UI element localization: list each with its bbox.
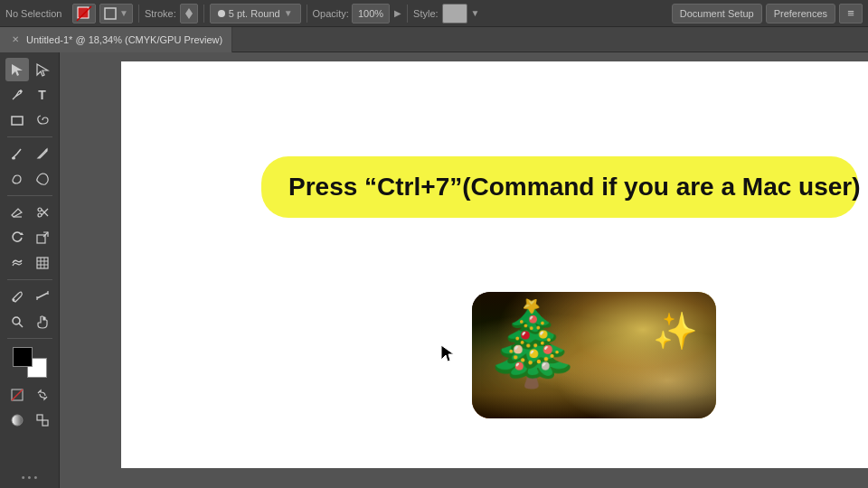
measure-icon [35,289,50,304]
scale-icon [35,230,50,245]
pencil-tool[interactable] [31,142,54,165]
style-label: Style: [413,8,439,19]
svg-line-25 [37,293,48,298]
tool-row-eyedrop [5,285,54,308]
opacity-value[interactable]: 100% [352,4,390,23]
tool-row-blob [5,167,54,191]
document-setup-button[interactable]: Document Setup [672,4,762,23]
spiral-tool[interactable] [31,108,54,132]
color-swatches[interactable] [13,347,47,378]
svg-marker-6 [37,64,48,76]
swap-colors-button[interactable] [31,383,54,407]
tab-close-button[interactable]: ✕ [9,33,22,46]
opacity-arrow: ▶ [394,8,401,18]
blob-brush-tool[interactable] [5,167,29,191]
svg-point-12 [38,208,42,211]
blob-icon [10,172,24,186]
mouse-cursor [439,343,456,363]
eraser-tool[interactable] [5,201,29,224]
type-tool[interactable]: T [31,83,54,107]
eraser-icon [10,205,24,220]
tool-row-fill-controls [5,383,54,407]
style-swatch[interactable] [442,4,467,23]
toolbar-options-button[interactable]: ≡ [839,4,863,23]
round-label: 5 pt. Round [229,8,280,19]
divider-3 [307,5,307,23]
scissors-icon [35,205,50,220]
svg-rect-8 [12,117,23,125]
grid-tool[interactable] [31,251,54,275]
document-tab[interactable]: ✕ Untitled-1* @ 18,34% (CMYK/GPU Preview… [0,27,232,52]
tool-row-brush [5,142,54,165]
stroke-label: Stroke: [145,8,176,19]
pen-tool[interactable] [5,83,29,107]
opacity-label: Opacity: [313,8,349,19]
rect-icon [10,113,24,127]
tool-sep-1 [7,136,52,137]
svg-line-29 [19,324,23,327]
tool-sep-3 [7,279,52,280]
rotate-icon [10,230,24,245]
svg-point-28 [13,317,20,324]
instruction-banner: Press “Ctrl+7”(Command if you are a Mac … [261,156,858,218]
fill-color-box[interactable] [13,347,33,367]
svg-marker-5 [12,64,23,76]
top-toolbar: No Selection ▼ Stroke: 5 pt. Round ▼ Opa… [0,0,868,27]
stroke-type-dropdown[interactable]: ▼ [99,4,133,23]
tool-row-select [5,58,54,81]
shaper-icon [35,172,50,186]
preferences-button[interactable]: Preferences [766,4,835,23]
rectangle-tool[interactable] [5,108,29,132]
tool-row-shape [5,108,54,132]
tool-row-pen: T [5,83,54,107]
tool-row-rotate [5,226,54,249]
select-tool[interactable] [5,58,29,81]
grid-icon [35,256,50,270]
type-icon: T [38,88,46,102]
xmas-tree-visual [472,292,716,418]
stroke-icon [104,7,117,20]
warp-tool[interactable] [5,251,29,275]
round-dot [218,10,225,17]
main-area: T [0,52,868,488]
svg-rect-34 [42,420,48,426]
rotate-tool[interactable] [5,226,29,249]
dropdown-arrow: ▼ [119,8,128,18]
svg-marker-4 [185,14,193,19]
opacity-area: Opacity: 100% ▶ [313,4,402,23]
christmas-tree-image [472,292,716,418]
instruction-text: Press “Ctrl+7”(Command if you are a Mac … [288,173,861,201]
svg-rect-19 [37,258,48,268]
svg-line-15 [42,209,48,215]
selection-status: No Selection [5,8,69,19]
round-dropdown[interactable]: 5 pt. Round ▼ [210,4,301,23]
shaper-tool[interactable] [31,167,54,191]
fill-color-indicator[interactable] [72,4,96,23]
tab-bar: ✕ Untitled-1* @ 18,34% (CMYK/GPU Preview… [0,27,868,52]
paintbrush-tool[interactable] [5,142,29,165]
scissors-tool[interactable] [31,201,54,224]
divider-4 [407,5,408,23]
measure-tool[interactable] [31,285,54,308]
style-arrow: ▼ [471,8,480,18]
effects-icon [35,413,50,427]
svg-point-9 [12,157,15,160]
eyedropper-tool[interactable] [5,285,29,308]
hand-tool[interactable] [31,310,54,333]
svg-line-14 [42,210,48,216]
gradient-icon [10,413,24,427]
tool-sep-4 [7,338,52,339]
gradient-tool[interactable] [5,408,29,432]
scale-tool[interactable] [31,226,54,249]
round-arrow: ▼ [284,8,293,18]
no-fill-button[interactable] [5,383,29,407]
effects-tool[interactable] [31,408,54,432]
canvas-area[interactable]: Press “Ctrl+7”(Command if you are a Mac … [60,52,868,488]
zoom-tool[interactable] [5,310,29,333]
direct-select-tool[interactable] [31,58,54,81]
more-tools[interactable]: • • • [22,472,38,483]
no-fill-icon [11,389,24,401]
svg-marker-35 [441,345,454,361]
tool-row-warp [5,251,54,275]
stroke-stepper[interactable] [180,4,198,23]
